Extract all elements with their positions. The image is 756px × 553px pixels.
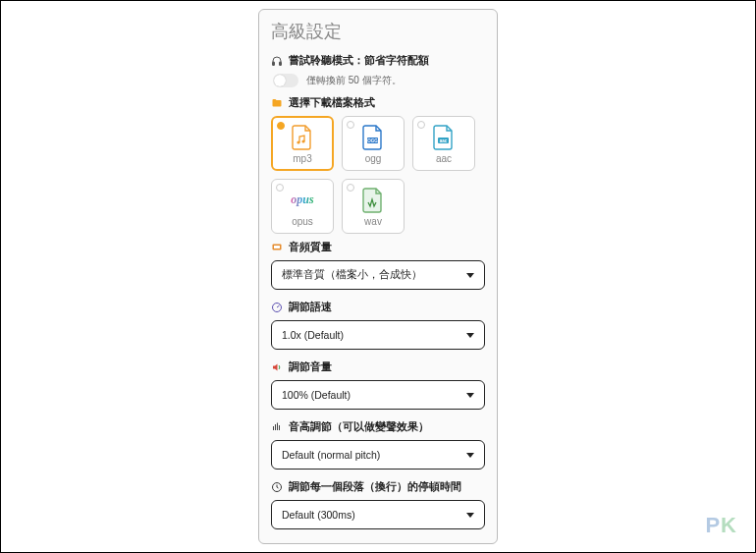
folder-icon	[271, 97, 283, 109]
radio-aac	[417, 121, 425, 129]
format-label-ogg: ogg	[365, 153, 382, 164]
format-section-label: 選擇下載檔案格式	[289, 95, 375, 110]
format-option-wav[interactable]: wav	[342, 179, 405, 234]
mp3-file-icon	[291, 124, 314, 151]
volume-value: 100% (Default)	[282, 389, 351, 401]
chevron-down-icon	[466, 333, 474, 338]
svg-rect-0	[273, 62, 275, 66]
chevron-down-icon	[466, 393, 474, 398]
svg-rect-12	[275, 424, 276, 430]
quality-label: 音頻質量	[289, 240, 332, 254]
pitch-label: 音高調節（可以做變聲效果）	[289, 419, 429, 434]
format-label-mp3: mp3	[293, 153, 311, 164]
pause-value: Default (300ms)	[282, 509, 355, 521]
format-option-opus[interactable]: opus opus	[271, 179, 334, 234]
format-label-opus: opus	[292, 216, 313, 227]
speed-icon	[271, 302, 283, 313]
format-label-aac: aac	[436, 153, 452, 164]
svg-text:OGG: OGG	[367, 138, 378, 142]
format-grid: mp3 OGG ogg aac	[271, 116, 485, 234]
pause-label: 調節每一個段落（換行）的停頓時間	[289, 479, 461, 494]
speed-label: 調節語速	[289, 300, 332, 314]
headphones-icon	[271, 55, 283, 67]
preview-mode-row: 嘗試聆聽模式：節省字符配額	[271, 53, 485, 68]
svg-rect-13	[277, 422, 278, 430]
volume-row: 調節音量	[271, 359, 485, 374]
preview-mode-label: 嘗試聆聽模式：節省字符配額	[289, 53, 429, 68]
watermark: PK	[705, 513, 737, 538]
speed-row: 調節語速	[271, 300, 485, 314]
preview-sub-row: 僅轉換前 50 個字符。	[273, 74, 485, 87]
pitch-row: 音高調節（可以做變聲效果）	[271, 419, 485, 434]
svg-rect-1	[280, 62, 282, 66]
pitch-icon	[271, 421, 283, 433]
chevron-down-icon	[466, 513, 474, 518]
volume-label: 調節音量	[289, 359, 332, 374]
ogg-file-icon: OGG	[361, 124, 385, 151]
quality-dropdown[interactable]: 標準音質（檔案小，合成快）	[271, 260, 485, 290]
aac-file-icon: aac	[432, 124, 456, 151]
wav-file-icon	[361, 187, 385, 214]
format-label-wav: wav	[364, 216, 382, 227]
svg-rect-9	[274, 246, 280, 249]
radio-opus	[276, 184, 284, 192]
svg-rect-11	[273, 426, 274, 430]
svg-point-2	[297, 140, 299, 143]
format-option-mp3[interactable]: mp3	[271, 116, 334, 171]
speed-value: 1.0x (Default)	[282, 329, 344, 341]
svg-rect-14	[279, 425, 280, 430]
pitch-dropdown[interactable]: Default (normal pitch)	[271, 440, 485, 470]
format-section-row: 選擇下載檔案格式	[271, 95, 485, 110]
clock-icon	[271, 481, 283, 493]
quality-value: 標準音質（檔案小，合成快）	[282, 268, 422, 282]
radio-mp3	[277, 122, 285, 130]
chevron-down-icon	[466, 273, 474, 278]
svg-text:aac: aac	[440, 138, 448, 142]
radio-wav	[347, 184, 354, 192]
pause-dropdown[interactable]: Default (300ms)	[271, 500, 485, 529]
format-option-ogg[interactable]: OGG ogg	[342, 116, 405, 171]
preview-sub-text: 僅轉換前 50 個字符。	[306, 74, 402, 87]
speed-dropdown[interactable]: 1.0x (Default)	[271, 320, 485, 350]
pause-row: 調節每一個段落（換行）的停頓時間	[271, 479, 485, 494]
opus-file-icon: opus	[291, 187, 314, 214]
quality-row: 音頻質量	[271, 240, 485, 254]
advanced-settings-panel: 高級設定 嘗試聆聽模式：節省字符配額 僅轉換前 50 個字符。 選擇下載檔案格式	[258, 9, 498, 544]
volume-dropdown[interactable]: 100% (Default)	[271, 380, 485, 410]
chevron-down-icon	[466, 453, 474, 458]
preview-toggle[interactable]	[273, 74, 298, 87]
radio-ogg	[347, 121, 354, 129]
volume-icon	[271, 361, 283, 373]
format-option-aac[interactable]: aac aac	[412, 116, 475, 171]
pitch-value: Default (normal pitch)	[282, 449, 380, 461]
panel-title: 高級設定	[271, 20, 485, 43]
quality-icon	[271, 242, 283, 253]
svg-point-3	[301, 139, 304, 142]
